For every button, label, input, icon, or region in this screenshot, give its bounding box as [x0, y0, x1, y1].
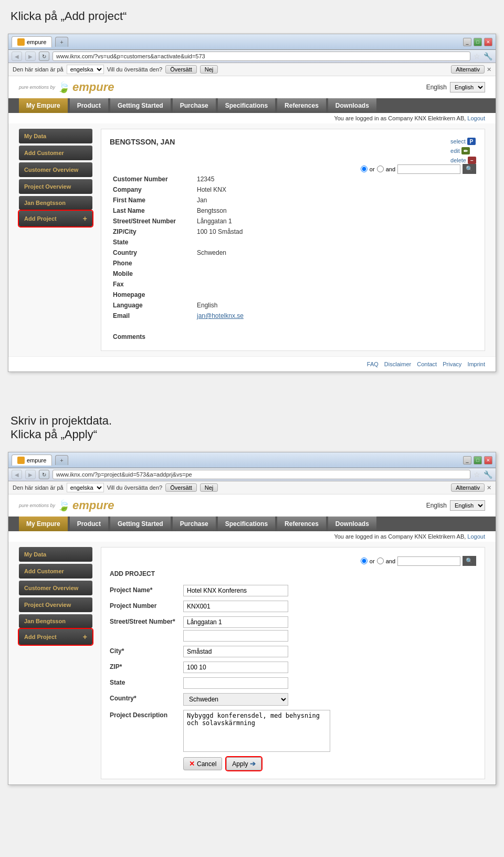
search-input-2[interactable]	[397, 556, 460, 566]
footer-privacy-1[interactable]: Privacy	[443, 361, 461, 367]
translate-btn-1[interactable]: Översätt	[165, 65, 197, 74]
translate-btn-2[interactable]: Översätt	[165, 483, 197, 492]
field-label: ZIP/City	[110, 226, 194, 237]
nav-specifications-2[interactable]: Specifications	[218, 517, 275, 531]
footer-faq-1[interactable]: FAQ	[367, 361, 379, 367]
browser-tab-new-1[interactable]: +	[55, 37, 68, 47]
textarea-description[interactable]: Nybyggd konferensdel, med behysning och …	[183, 710, 330, 752]
delete-action-1[interactable]: delete −	[450, 157, 476, 164]
browser-tab-2[interactable]: empure	[12, 455, 52, 466]
browser-close-1[interactable]: ✕	[484, 38, 492, 46]
input-street2[interactable]	[183, 630, 288, 642]
search-input-1[interactable]	[397, 164, 460, 174]
edit-action-1[interactable]: edit ✏	[450, 147, 470, 154]
translate-no-btn-1[interactable]: Nej	[200, 65, 218, 74]
address-field-2[interactable]: www.iknx.com/?p=project&uid=573&a=addprj…	[52, 470, 470, 479]
email-link-1[interactable]: jan@hotelknx.se	[197, 312, 244, 319]
nav-downloads-1[interactable]: Downloads	[328, 98, 376, 113]
translate-no-btn-2[interactable]: Nej	[200, 483, 218, 492]
input-zip[interactable]	[183, 662, 288, 673]
radio-or-2[interactable]	[361, 557, 368, 564]
back-btn-2[interactable]: ◀	[12, 470, 22, 479]
radio-and-1[interactable]	[377, 166, 384, 172]
reload-btn-1[interactable]: ↻	[39, 51, 49, 61]
nav-getting-started-1[interactable]: Getting Started	[110, 98, 171, 113]
table-row: State	[110, 237, 476, 247]
sidebar-my-data-1[interactable]: My Data	[19, 129, 92, 143]
input-project-name[interactable]	[183, 585, 288, 596]
wrench-icon-1[interactable]: 🔧	[484, 52, 492, 60]
translate-lang-select-2[interactable]: engelska	[67, 483, 104, 492]
label-zip: ZIP*	[110, 662, 178, 670]
sidebar-1: My Data Add Customer Customer Overview P…	[19, 129, 92, 351]
sidebar-project-overview-2[interactable]: Project Overview	[19, 597, 92, 612]
footer-disclaimer-1[interactable]: Disclaimer	[384, 361, 411, 367]
select-country[interactable]: Schweden	[183, 693, 288, 706]
browser-maximize-1[interactable]: □	[474, 38, 482, 46]
lang-select-2[interactable]: English	[450, 500, 485, 511]
back-btn-1[interactable]: ◀	[12, 51, 22, 61]
sidebar-add-customer-2[interactable]: Add Customer	[19, 564, 92, 579]
nav-references-1[interactable]: References	[277, 98, 326, 113]
sidebar-add-customer-1[interactable]: Add Customer	[19, 146, 92, 160]
customer-title-1: BENGTSSON, JAN	[110, 138, 476, 146]
browser-minimize-2[interactable]: _	[463, 456, 471, 464]
browser-tab-1[interactable]: empure	[12, 36, 52, 47]
cancel-button-2[interactable]: ✕ Cancel	[183, 757, 222, 770]
logout-link-1[interactable]: Logout	[467, 115, 485, 121]
sidebar-add-project-1[interactable]: Add Project +	[19, 211, 92, 226]
alternativ-btn-1[interactable]: Alternativ	[451, 65, 485, 74]
translate-bar-2: Den här sidan är på engelska Vill du öve…	[8, 481, 496, 494]
input-city[interactable]	[183, 646, 288, 657]
radio-and-2[interactable]	[377, 557, 384, 564]
search-button-1[interactable]: 🔍	[463, 164, 476, 174]
sidebar-customer-name-2[interactable]: Jan Bengtsson	[19, 614, 92, 628]
sidebar-customer-overview-2[interactable]: Customer Overview	[19, 581, 92, 595]
address-field-1[interactable]: www.iknx.com/?vs=ud&p=customers&a=activa…	[52, 51, 470, 61]
nav-my-empure-1[interactable]: My Empure	[19, 98, 68, 113]
reload-btn-2[interactable]: ↻	[39, 470, 49, 479]
footer-imprint-1[interactable]: Imprint	[467, 361, 485, 367]
translate-close-1[interactable]: ✕	[487, 66, 491, 73]
nav-downloads-2[interactable]: Downloads	[328, 517, 376, 531]
lang-select-1[interactable]: English	[450, 82, 485, 92]
nav-product-1[interactable]: Product	[70, 98, 108, 113]
sidebar-my-data-2[interactable]: My Data	[19, 547, 92, 562]
alternativ-btn-2[interactable]: Alternativ	[451, 483, 485, 492]
sidebar-add-project-2[interactable]: Add Project +	[19, 629, 92, 645]
bookmark-star-1[interactable]: ☆	[474, 52, 480, 60]
input-street[interactable]	[183, 616, 288, 628]
instruction2-line1: Skriv in projektdata.	[10, 414, 494, 428]
nav-product-2[interactable]: Product	[70, 517, 108, 531]
nav-references-2[interactable]: References	[277, 517, 326, 531]
browser-minimize-1[interactable]: _	[463, 38, 471, 46]
nav-specifications-1[interactable]: Specifications	[218, 98, 275, 113]
search-button-2[interactable]: 🔍	[463, 556, 476, 566]
bookmark-star-2[interactable]: ☆	[474, 470, 480, 479]
logo-tagline-2: pure emotions by	[19, 503, 55, 508]
input-state[interactable]	[183, 677, 288, 689]
browser-maximize-2[interactable]: □	[474, 456, 482, 464]
nav-my-empure-2[interactable]: My Empure	[19, 517, 68, 531]
footer-contact-1[interactable]: Contact	[417, 361, 437, 367]
select-action-1[interactable]: select P	[450, 138, 476, 145]
radio-or-1[interactable]	[361, 166, 368, 172]
translate-lang-select-1[interactable]: engelska	[67, 65, 104, 74]
apply-button-2[interactable]: Apply ➔	[226, 757, 261, 770]
nav-purchase-1[interactable]: Purchase	[173, 98, 216, 113]
sidebar-project-overview-1[interactable]: Project Overview	[19, 179, 92, 194]
nav-purchase-2[interactable]: Purchase	[173, 517, 216, 531]
sidebar-customer-overview-1[interactable]: Customer Overview	[19, 162, 92, 177]
forward-btn-2[interactable]: ▶	[25, 470, 36, 479]
browser-close-2[interactable]: ✕	[484, 456, 492, 464]
nav-getting-started-2[interactable]: Getting Started	[110, 517, 171, 531]
browser-tab-new-2[interactable]: +	[55, 455, 68, 465]
forward-btn-1[interactable]: ▶	[25, 51, 36, 61]
tab-icon-1	[17, 38, 25, 46]
logout-link-2[interactable]: Logout	[467, 533, 485, 540]
radio-or-label-1: or	[361, 166, 375, 172]
wrench-icon-2[interactable]: 🔧	[484, 470, 492, 479]
sidebar-customer-name-1[interactable]: Jan Bengtsson	[19, 196, 92, 210]
input-project-number[interactable]	[183, 601, 288, 612]
translate-close-2[interactable]: ✕	[487, 484, 491, 491]
